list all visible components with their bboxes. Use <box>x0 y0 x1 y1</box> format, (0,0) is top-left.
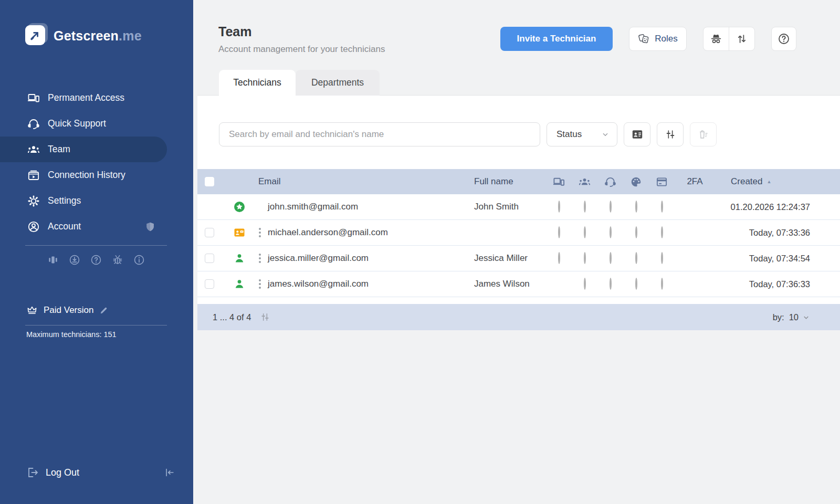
permission-restricted-icon[interactable] <box>635 252 637 264</box>
brand-name: Getscreen.me <box>54 28 142 44</box>
permission-restricted-icon[interactable] <box>558 201 560 213</box>
permission-restricted-icon[interactable] <box>661 278 663 290</box>
column-header-full-name: Full name <box>474 176 546 187</box>
plan-block: Paid Version Maximum technicians: 151 <box>0 302 193 339</box>
billing-icon <box>656 176 668 188</box>
logout-label[interactable]: Log Out <box>46 467 79 478</box>
tune-icon <box>665 129 676 140</box>
headset-icon <box>604 176 616 188</box>
question-icon <box>778 33 790 45</box>
sidebar-item-label: Permanent Access <box>48 92 124 103</box>
devices-icon <box>553 176 565 188</box>
info-icon[interactable] <box>133 254 145 266</box>
row-menu-kebab-icon[interactable] <box>257 278 262 290</box>
sidebar-item-permanent-access[interactable]: Permanent Access <box>0 85 167 111</box>
roles-label: Roles <box>655 34 677 44</box>
table-row[interactable]: jessica.miller@gmail.com Jessica Miller … <box>197 246 840 271</box>
status-filter-label: Status <box>556 129 582 140</box>
incognito-toggle[interactable] <box>704 27 729 51</box>
pencil-icon[interactable] <box>99 306 108 315</box>
logout-row: Log Out <box>0 466 193 479</box>
incognito-icon <box>710 33 722 45</box>
permission-restricted-icon[interactable] <box>610 201 612 213</box>
permission-restricted-icon[interactable] <box>558 252 560 264</box>
delete-selected-button[interactable] <box>690 122 717 146</box>
sidebar-item-label: Team <box>48 144 70 155</box>
permission-restricted-icon[interactable] <box>661 252 663 264</box>
page-header: Team Account management for your technic… <box>193 0 840 55</box>
sidebar: Getscreen.me Permanent Access Quick Supp… <box>0 0 193 504</box>
sidebar-item-team[interactable]: Team <box>0 136 167 162</box>
roles-button[interactable]: Roles <box>629 27 687 51</box>
table-header: Email Full name 2FA Created▲ <box>197 169 840 194</box>
sidebar-item-connection-history[interactable]: Connection History <box>0 162 167 188</box>
page-title: Team <box>218 24 385 39</box>
permission-restricted-icon[interactable] <box>610 278 612 290</box>
sort-arrows-icon <box>736 33 748 45</box>
crown-icon <box>26 304 38 316</box>
filter-row: Status <box>197 122 840 146</box>
sidebar-item-quick-support[interactable]: Quick Support <box>0 111 167 136</box>
invite-technician-button[interactable]: Invite a Technician <box>500 27 613 51</box>
permission-restricted-icon[interactable] <box>558 226 560 238</box>
plan-limit: Maximum technicians: 151 <box>0 330 193 339</box>
download-icon[interactable] <box>69 254 80 266</box>
theater-masks-icon <box>638 33 649 45</box>
sort-asc-icon: ▲ <box>766 179 771 184</box>
column-header-2fa: 2FA <box>675 176 715 187</box>
permission-restricted-icon[interactable] <box>661 201 663 213</box>
permission-restricted-icon[interactable] <box>610 252 612 264</box>
table-row[interactable]: john.smith@gmail.com John Smith 01.20.20… <box>197 194 840 220</box>
permission-restricted-icon[interactable] <box>635 226 637 238</box>
bug-report-icon[interactable] <box>112 254 123 266</box>
row-menu-kebab-icon[interactable] <box>257 226 262 239</box>
chevron-down-icon <box>802 313 810 321</box>
cell-email: james.wilson@gmail.com <box>268 279 474 289</box>
permission-restricted-icon[interactable] <box>661 226 663 238</box>
palette-icon <box>630 176 642 188</box>
card-view-button[interactable] <box>624 122 650 146</box>
tab-technicians[interactable]: Technicians <box>219 70 296 96</box>
trash-icon <box>698 129 709 140</box>
select-all-checkbox[interactable] <box>205 177 214 186</box>
pagination-settings-icon[interactable] <box>260 312 270 322</box>
row-checkbox[interactable] <box>205 279 214 289</box>
tab-departments[interactable]: Departments <box>296 70 380 96</box>
per-page-select[interactable]: 10 <box>789 312 810 322</box>
help-icon[interactable] <box>90 254 102 266</box>
devices-icon <box>27 92 40 104</box>
column-header-email: Email <box>258 176 474 187</box>
cell-created: Today, 07:33:36 <box>715 228 840 238</box>
collapse-sidebar-icon[interactable] <box>164 467 175 478</box>
team-icon <box>579 176 591 188</box>
column-header-created[interactable]: Created▲ <box>715 176 840 187</box>
permission-restricted-icon[interactable] <box>584 252 586 264</box>
page-subtitle: Account management for your technicians <box>218 44 385 55</box>
carousel-icon[interactable] <box>47 254 59 266</box>
gear-icon <box>27 195 40 207</box>
row-checkbox[interactable] <box>205 254 214 263</box>
sidebar-item-label: Connection History <box>48 170 125 181</box>
search-input[interactable] <box>219 122 540 146</box>
table-row[interactable]: michael.anderson@gmail.com Today, 07:33:… <box>197 220 840 246</box>
cell-full-name: John Smith <box>474 202 546 212</box>
row-menu-kebab-icon[interactable] <box>257 252 262 265</box>
permission-restricted-icon[interactable] <box>610 226 612 238</box>
getscreen-logo-icon <box>25 25 46 46</box>
brand-logo[interactable]: Getscreen.me <box>25 25 193 46</box>
permission-restricted-icon[interactable] <box>635 201 637 213</box>
permission-restricted-icon[interactable] <box>584 278 586 290</box>
sidebar-item-account[interactable]: Account <box>0 214 167 239</box>
permission-restricted-icon[interactable] <box>584 201 586 213</box>
columns-settings-button[interactable] <box>657 122 684 146</box>
row-checkbox[interactable] <box>205 228 214 237</box>
table-row[interactable]: james.wilson@gmail.com James Wilson Toda… <box>197 271 840 297</box>
help-button[interactable] <box>771 27 796 51</box>
permission-restricted-icon[interactable] <box>584 226 586 238</box>
tab-bar: Technicians Departments <box>193 70 840 96</box>
sidebar-nav: Permanent Access Quick Support Team Conn… <box>0 85 193 239</box>
permission-restricted-icon[interactable] <box>635 278 637 290</box>
status-filter-dropdown[interactable]: Status <box>547 122 617 146</box>
sort-order-toggle[interactable] <box>729 27 754 51</box>
sidebar-item-settings[interactable]: Settings <box>0 188 167 214</box>
